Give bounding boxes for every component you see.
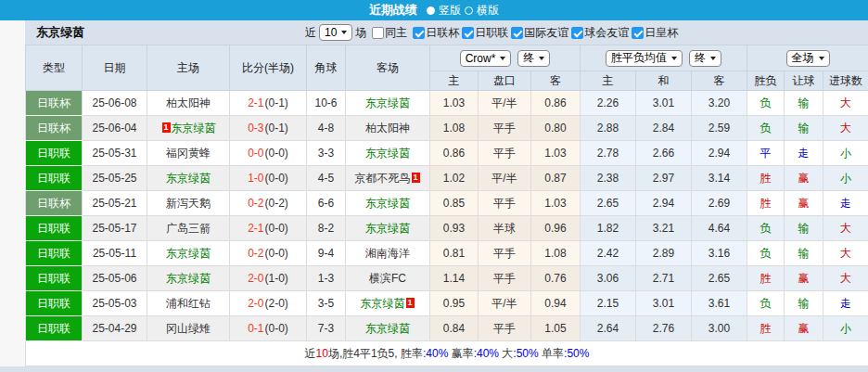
full-time-score[interactable]: 0-1 — [248, 322, 263, 335]
summary-part: 近 — [305, 347, 316, 360]
same-home-filter[interactable]: 同主 — [372, 25, 407, 41]
match-row: 日联杯25-06-041东京绿茵0-3(0-1)4-8柏太阳神1.08平手0.8… — [26, 116, 868, 141]
team-name[interactable]: 东京绿茵 — [365, 222, 410, 235]
asian-time-select[interactable]: 终 — [517, 50, 550, 67]
away-team-cell: 东京绿茵 — [346, 91, 430, 116]
europe-odds-select[interactable]: 胜平负均值 — [606, 50, 683, 67]
red-card-badge: 1 — [162, 122, 171, 133]
team-name[interactable]: 冈山绿雉 — [166, 322, 211, 335]
radio-icon[interactable] — [465, 6, 473, 15]
competition-filter[interactable]: 日皇杯 — [632, 25, 678, 41]
match-score-cell: 0-2(0-0) — [230, 241, 307, 266]
filter-label: 球会友谊 — [584, 25, 629, 41]
europe-time-select-value: 终 — [695, 50, 706, 66]
filter-label: 同主 — [385, 25, 407, 41]
europe-odds-home: 2.65 — [581, 191, 636, 216]
team-name[interactable]: 东京绿茵 — [365, 147, 410, 160]
result-goals: 大 — [823, 241, 868, 266]
result-handicap: 输 — [785, 216, 823, 241]
full-time-score[interactable]: 2-1 — [248, 222, 263, 235]
layout-radio-vertical[interactable]: 竖版 — [427, 3, 461, 19]
filter-label: 日职联 — [475, 25, 508, 41]
competition-filter[interactable]: 国际友谊 — [511, 25, 568, 41]
recent-count-select[interactable]: 10 — [319, 24, 352, 41]
full-time-score[interactable]: 1-0 — [248, 172, 263, 185]
asian-odds-away: 0.94 — [531, 291, 581, 316]
checkbox-icon[interactable] — [632, 27, 644, 39]
europe-odds-draw: 3.01 — [636, 91, 692, 116]
half-time-score: (0-0) — [265, 222, 288, 235]
team-name[interactable]: 东京绿茵 — [166, 272, 211, 285]
asian-odds-away: 0.80 — [531, 116, 581, 141]
checkbox-icon[interactable] — [462, 27, 474, 39]
result-handicap: 输 — [785, 91, 823, 116]
result-winloss: 胜 — [747, 191, 785, 216]
handicap-header: 让球 — [785, 71, 823, 91]
checkbox-icon[interactable] — [372, 27, 384, 39]
match-row: 日职联25-05-17广岛三箭2-1(0-0)8-2东京绿茵0.93半球0.96… — [26, 216, 868, 241]
competition-type: 日职联 — [26, 291, 83, 316]
team-name[interactable]: 福冈黄蜂 — [166, 147, 211, 160]
asian-odds-home: 0.86 — [430, 141, 479, 166]
europe-odds-away: 3.14 — [692, 166, 747, 191]
team-name[interactable]: 京都不死鸟 — [355, 172, 411, 185]
match-date: 25-05-21 — [83, 191, 147, 216]
filter-label: 日联杯 — [426, 25, 459, 41]
team-name[interactable]: 东京绿茵 — [166, 247, 211, 260]
competition-filter[interactable]: 球会友谊 — [571, 25, 629, 41]
period-select[interactable]: 全场 — [786, 50, 830, 67]
home-team-cell: 冈山绿雉 — [147, 316, 230, 341]
team-name[interactable]: 新泻天鹅 — [166, 197, 211, 210]
team-name[interactable]: 广岛三箭 — [166, 222, 211, 235]
team-name[interactable]: 柏太阳神 — [166, 96, 211, 109]
match-row: 日职联25-05-11东京绿茵0-2(0-0)9-4湘南海洋0.81平手1.08… — [26, 241, 868, 266]
full-time-score[interactable]: 2-0 — [248, 272, 263, 285]
europe-odds-draw: 2.97 — [636, 166, 692, 191]
full-time-score[interactable]: 2-1 — [248, 96, 263, 109]
home-team-cell: 福冈黄蜂 — [147, 141, 230, 166]
competition-filter[interactable]: 日联杯 — [413, 25, 459, 41]
full-time-score[interactable]: 0-2 — [248, 247, 263, 260]
filter-bar: 东京绿茵 近 10 场 同主 日联杯日职联国际友谊球会友谊日皇杯 — [25, 20, 868, 45]
result-goals: 大 — [823, 116, 868, 141]
team-name[interactable]: 东京绿茵 — [172, 122, 216, 135]
team-name[interactable]: 东京绿茵 — [365, 96, 410, 109]
europe-odds-draw: 2.76 — [636, 316, 692, 341]
summary-part: 场,胜4平1负5, 胜率 — [328, 347, 423, 360]
match-score-cell: 2-1(0-0) — [230, 216, 307, 241]
checkbox-icon[interactable] — [413, 27, 425, 39]
bookmaker-select[interactable]: Crow* — [460, 50, 512, 67]
full-time-score[interactable]: 0-3 — [248, 122, 263, 135]
europe-time-select[interactable]: 终 — [689, 50, 721, 67]
radio-icon[interactable] — [427, 6, 435, 15]
team-name[interactable]: 东京绿茵 — [365, 197, 410, 210]
checkbox-icon[interactable] — [571, 27, 583, 39]
corner-score: 3-5 — [307, 291, 346, 316]
corner-score: 9-4 — [307, 241, 346, 266]
full-time-score[interactable]: 0-0 — [248, 147, 263, 160]
checkbox-icon[interactable] — [511, 27, 523, 39]
away-team-cell: 柏太阳神 — [346, 116, 430, 141]
radio-label: 横版 — [477, 3, 499, 19]
result-handicap: 赢 — [785, 266, 823, 291]
team-name[interactable]: 东京绿茵 — [361, 297, 405, 310]
asian-odds-line: 平/半 — [479, 166, 531, 191]
full-time-score[interactable]: 0-2 — [248, 197, 263, 210]
team-name[interactable]: 柏太阳神 — [365, 122, 410, 135]
asian-odds-away: 1.08 — [531, 241, 581, 266]
team-name[interactable]: 横滨FC — [369, 272, 406, 285]
team-name[interactable]: 东京绿茵 — [365, 322, 410, 335]
match-score-cell: 2-0(1-0) — [230, 266, 307, 291]
competition-filter[interactable]: 日职联 — [462, 25, 508, 41]
chevron-down-icon — [341, 31, 347, 34]
team-name[interactable]: 东京绿茵 — [166, 172, 211, 185]
match-date: 25-05-03 — [83, 291, 147, 316]
team-name[interactable]: 浦和红钻 — [166, 297, 211, 310]
layout-radio-horizontal[interactable]: 横版 — [465, 3, 499, 19]
full-time-score[interactable]: 2-0 — [248, 297, 263, 310]
team-name[interactable]: 湘南海洋 — [365, 247, 410, 260]
col-header-date: 日期 — [83, 45, 147, 91]
match-date: 25-05-06 — [83, 266, 147, 291]
asian-odds-home: 0.81 — [430, 241, 479, 266]
europe-odds-home: 2.64 — [581, 316, 636, 341]
